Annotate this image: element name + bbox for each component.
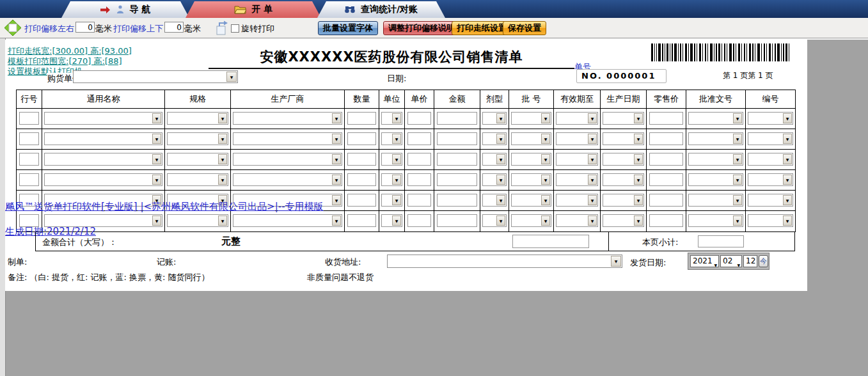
dosage_form-combo[interactable]: ▼	[482, 194, 507, 207]
dropdown-arrow-icon[interactable]: ▼	[496, 175, 505, 185]
dropdown-arrow-icon[interactable]: ▼	[714, 260, 717, 270]
manufacturer-combo[interactable]: ▼	[233, 173, 342, 186]
qty-input[interactable]	[347, 214, 376, 227]
ship-date-day-field[interactable]: 12	[743, 255, 757, 267]
generic_name-combo[interactable]: ▼	[44, 214, 162, 227]
qty-input[interactable]	[347, 112, 376, 125]
spec-combo[interactable]: ▼	[167, 214, 228, 227]
dropdown-arrow-icon[interactable]: ▼	[733, 154, 742, 164]
ship-date-month-combo[interactable]: 02 ▼	[720, 255, 742, 267]
ship-date-year-combo[interactable]: 2021 ▼	[690, 255, 719, 267]
dropdown-arrow-icon[interactable]: ▼	[733, 215, 742, 226]
batch_no-combo[interactable]: ▼	[511, 194, 551, 207]
approval_no-combo[interactable]: ▼	[688, 214, 743, 227]
dropdown-arrow-icon[interactable]: ▼	[496, 215, 505, 226]
dropdown-arrow-icon[interactable]: ▼	[496, 195, 505, 205]
spec-combo[interactable]: ▼	[167, 132, 228, 145]
dropdown-arrow-icon[interactable]: ▼	[541, 175, 550, 185]
dropdown-arrow-icon[interactable]: ▼	[541, 195, 550, 205]
dropdown-arrow-icon[interactable]: ▼	[152, 113, 161, 123]
expiry_date-combo[interactable]: ▼	[556, 153, 598, 166]
dropdown-arrow-icon[interactable]: ▼	[152, 215, 161, 226]
dropdown-arrow-icon[interactable]: ▼	[634, 113, 643, 123]
dropdown-arrow-icon[interactable]: ▼	[541, 154, 550, 164]
total-amount-input[interactable]	[512, 235, 589, 248]
dropdown-arrow-icon[interactable]: ▼	[392, 113, 401, 123]
save-settings-button[interactable]: 保存设置	[503, 21, 546, 35]
dropdown-arrow-icon[interactable]: ▼	[218, 154, 227, 164]
dropdown-arrow-icon[interactable]: ▼	[496, 113, 505, 123]
prod_date-combo[interactable]: ▼	[603, 132, 644, 145]
amount-input[interactable]	[437, 132, 477, 145]
dropdown-arrow-icon[interactable]: ▼	[783, 154, 792, 164]
dropdown-arrow-icon[interactable]: ▼	[218, 113, 227, 123]
price-input[interactable]	[407, 153, 431, 166]
dropdown-arrow-icon[interactable]: ▼	[783, 134, 792, 144]
dosage_form-combo[interactable]: ▼	[482, 214, 507, 227]
batch_no-combo[interactable]: ▼	[511, 153, 551, 166]
dropdown-arrow-icon[interactable]: ▼	[332, 134, 341, 144]
dropdown-arrow-icon[interactable]: ▼	[611, 256, 621, 267]
batch-set-font-button[interactable]: 批量设置字体	[318, 21, 378, 35]
line_no-input[interactable]	[19, 214, 39, 227]
approval_no-combo[interactable]: ▼	[688, 194, 743, 207]
qty-input[interactable]	[347, 132, 376, 145]
price-input[interactable]	[407, 132, 431, 145]
dropdown-arrow-icon[interactable]: ▼	[588, 134, 597, 144]
price-input[interactable]	[407, 194, 431, 207]
approval_no-combo[interactable]: ▼	[688, 173, 743, 186]
spec-combo[interactable]: ▼	[167, 173, 228, 186]
manufacturer-combo[interactable]: ▼	[233, 132, 342, 145]
dropdown-arrow-icon[interactable]: ▼	[733, 134, 742, 144]
tab-billing[interactable]: 开 单	[185, 1, 321, 18]
price-input[interactable]	[407, 214, 431, 227]
line_no-input[interactable]	[19, 112, 39, 125]
amount-input[interactable]	[437, 214, 477, 227]
dropdown-arrow-icon[interactable]: ▼	[737, 260, 740, 270]
dropdown-arrow-icon[interactable]: ▼	[733, 195, 742, 205]
amount-input[interactable]	[437, 173, 477, 186]
amount-input[interactable]	[437, 153, 477, 166]
dropdown-arrow-icon[interactable]: ▼	[392, 195, 401, 205]
dropdown-arrow-icon[interactable]: ▼	[332, 113, 341, 123]
spec-combo[interactable]: ▼	[167, 112, 228, 125]
dropdown-arrow-icon[interactable]: ▼	[152, 175, 161, 185]
dropdown-arrow-icon[interactable]: ▼	[218, 215, 227, 226]
dropdown-arrow-icon[interactable]: ▼	[541, 134, 550, 144]
dosage_form-combo[interactable]: ▼	[482, 112, 507, 125]
dropdown-arrow-icon[interactable]: ▼	[634, 215, 643, 226]
code-combo[interactable]: ▼	[748, 173, 793, 186]
address-combo[interactable]: ▼	[387, 255, 622, 268]
dropdown-arrow-icon[interactable]: ▼	[634, 134, 643, 144]
dropdown-arrow-icon[interactable]: ▼	[218, 134, 227, 144]
prod_date-combo[interactable]: ▼	[603, 214, 644, 227]
tab-navigation[interactable]: 导 航	[61, 1, 189, 18]
expiry_date-combo[interactable]: ▼	[556, 173, 598, 186]
dropdown-arrow-icon[interactable]: ▼	[783, 195, 792, 205]
code-combo[interactable]: ▼	[748, 214, 793, 227]
manufacturer-combo[interactable]: ▼	[233, 112, 342, 125]
dropdown-arrow-icon[interactable]: ▼	[588, 195, 597, 205]
dropdown-arrow-icon[interactable]: ▼	[496, 134, 505, 144]
dropdown-arrow-icon[interactable]: ▼	[392, 154, 401, 164]
manufacturer-combo[interactable]: ▼	[233, 214, 342, 227]
dropdown-arrow-icon[interactable]: ▼	[152, 134, 161, 144]
expiry_date-combo[interactable]: ▼	[556, 132, 598, 145]
line_no-input[interactable]	[19, 132, 39, 145]
spec-combo[interactable]: ▼	[167, 153, 228, 166]
batch_no-combo[interactable]: ▼	[511, 112, 551, 125]
dropdown-arrow-icon[interactable]: ▼	[541, 113, 550, 123]
expiry_date-combo[interactable]: ▼	[556, 112, 598, 125]
generic_name-combo[interactable]: ▼	[44, 173, 162, 186]
batch_no-combo[interactable]: ▼	[511, 173, 551, 186]
unit-combo[interactable]: ▼	[381, 112, 402, 125]
qty-input[interactable]	[347, 173, 376, 186]
dropdown-arrow-icon[interactable]: ▼	[634, 154, 643, 164]
dropdown-arrow-icon[interactable]: ▼	[588, 154, 597, 164]
dosage_form-combo[interactable]: ▼	[482, 132, 507, 145]
approval_no-combo[interactable]: ▼	[688, 153, 743, 166]
retail_price-input[interactable]	[649, 173, 683, 186]
generic_name-combo[interactable]: ▼	[44, 153, 162, 166]
price-input[interactable]	[407, 112, 431, 125]
dosage_form-combo[interactable]: ▼	[482, 173, 507, 186]
